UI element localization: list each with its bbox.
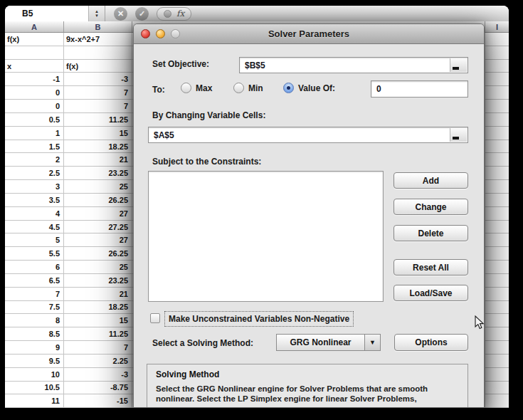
cell-col-i[interactable]	[485, 274, 509, 287]
cell-col-b[interactable]: 7	[64, 341, 132, 354]
cell-col-a[interactable]: 6.5	[5, 274, 64, 287]
cell-col-i[interactable]	[485, 140, 509, 153]
cell-col-a[interactable]: 9.5	[5, 355, 64, 367]
cell-col-i[interactable]	[485, 288, 509, 300]
cell-col-b[interactable]: 9x-x^2+7	[64, 33, 132, 46]
cell-col-b[interactable]: 23.25	[64, 167, 132, 179]
cell-col-a[interactable]: f(x)	[5, 33, 64, 46]
radio-max[interactable]: Max	[181, 83, 212, 93]
cell-col-a[interactable]: 4	[5, 207, 64, 220]
cell-col-i[interactable]	[485, 33, 509, 46]
cell-col-b[interactable]: -15	[64, 394, 132, 407]
cell-col-a[interactable]: 10.5	[5, 382, 64, 394]
cell-col-i[interactable]	[485, 233, 509, 246]
cell-col-a[interactable]: 0	[5, 100, 64, 112]
cell-col-b[interactable]: 2.25	[64, 355, 132, 367]
cell-col-i[interactable]	[485, 394, 509, 407]
cell-col-b[interactable]: 18.25	[64, 140, 132, 153]
add-button[interactable]: Add	[393, 172, 468, 189]
cell-col-b[interactable]: 23.25	[64, 274, 132, 287]
cell-col-i[interactable]	[485, 153, 509, 166]
cell-col-b[interactable]: -8.75	[64, 382, 132, 394]
column-header-b[interactable]: B	[64, 21, 132, 32]
insert-function-control[interactable]: fx	[157, 7, 191, 21]
cell-col-a[interactable]: 0.5	[5, 113, 64, 126]
cell-col-i[interactable]	[485, 86, 509, 99]
cell-col-i[interactable]	[485, 207, 509, 220]
non-negative-checkbox[interactable]	[150, 313, 160, 323]
cell-col-a[interactable]: 7.5	[5, 301, 64, 314]
cell-col-a[interactable]: 1	[5, 127, 64, 140]
cell-col-a[interactable]: 2	[5, 153, 64, 166]
cancel-icon[interactable]: ✕	[114, 7, 127, 21]
by-changing-field[interactable]: $A$5	[148, 127, 468, 143]
cell-col-a[interactable]: 9	[5, 341, 64, 354]
cell-col-b[interactable]: 7	[64, 86, 132, 99]
cell-col-a[interactable]: 4.5	[5, 221, 64, 233]
cell-col-a[interactable]: 7	[5, 288, 64, 300]
cell-col-a[interactable]: 8	[5, 314, 64, 327]
cell-col-i[interactable]	[485, 327, 509, 340]
cell-col-i[interactable]	[485, 73, 509, 85]
minimize-icon[interactable]	[156, 29, 165, 38]
cell-col-b[interactable]: 25	[64, 261, 132, 273]
cell-col-b[interactable]: 18.25	[64, 301, 132, 314]
cell-col-b[interactable]: 15	[64, 127, 132, 140]
cell-col-a[interactable]: 5	[5, 233, 64, 246]
cell-col-a[interactable]: 0	[5, 86, 64, 99]
column-header-a[interactable]: A	[5, 21, 64, 32]
cell-col-i[interactable]	[485, 60, 509, 73]
radio-value-of[interactable]: Value Of:	[283, 83, 335, 93]
cell-col-i[interactable]	[485, 382, 509, 394]
cell-col-i[interactable]	[485, 167, 509, 179]
cell-col-a[interactable]	[5, 46, 64, 59]
cell-col-i[interactable]	[485, 221, 509, 233]
cell-col-b[interactable]: -3	[64, 368, 132, 381]
cell-col-b[interactable]: 25	[64, 180, 132, 193]
cell-col-a[interactable]: 6	[5, 261, 64, 273]
confirm-icon[interactable]: ✓	[135, 7, 149, 21]
cell-col-b[interactable]: f(x)	[64, 60, 132, 73]
cell-col-i[interactable]	[485, 46, 509, 59]
load-save-button[interactable]: Load/Save	[393, 285, 468, 301]
constraints-list[interactable]	[148, 171, 384, 302]
cell-col-b[interactable]: 21	[64, 153, 132, 166]
cell-col-b[interactable]: 26.25	[64, 194, 132, 206]
cell-col-i[interactable]	[485, 113, 509, 126]
change-button[interactable]: Change	[393, 199, 468, 215]
radio-min[interactable]: Min	[233, 83, 263, 93]
cell-col-a[interactable]: 5.5	[5, 247, 64, 260]
reset-all-button[interactable]: Reset All	[393, 259, 468, 275]
cell-col-i[interactable]	[485, 301, 509, 314]
cell-col-b[interactable]: 11.25	[64, 327, 132, 340]
delete-button[interactable]: Delete	[393, 225, 468, 241]
cell-col-i[interactable]	[485, 261, 509, 273]
cell-col-b[interactable]: 26.25	[64, 247, 132, 260]
cell-col-i[interactable]	[485, 341, 509, 354]
name-box[interactable]: B5	[5, 6, 89, 21]
non-negative-label[interactable]: Make Unconstrained Variables Non-Negativ…	[164, 311, 354, 327]
cell-col-i[interactable]	[485, 127, 509, 140]
solving-method-dropdown[interactable]: GRG Nonlinear ▼	[276, 334, 381, 351]
cell-col-b[interactable]: 27.25	[64, 221, 132, 233]
cell-col-b[interactable]: 11.25	[64, 113, 132, 126]
cell-col-a[interactable]: 2.5	[5, 167, 64, 179]
cell-col-b[interactable]: -3	[64, 73, 132, 85]
range-selector-icon[interactable]	[450, 128, 467, 142]
cell-col-b[interactable]: 21	[64, 288, 132, 300]
close-icon[interactable]	[141, 29, 150, 38]
cell-col-b[interactable]: 27	[64, 207, 132, 220]
cell-col-a[interactable]: 3	[5, 180, 64, 193]
cell-col-b[interactable]: 15	[64, 314, 132, 327]
cell-col-a[interactable]: 8.5	[5, 327, 64, 340]
cell-col-i[interactable]	[485, 180, 509, 193]
cell-col-b[interactable]: 7	[64, 100, 132, 112]
options-button[interactable]: Options	[394, 334, 468, 351]
name-box-stepper[interactable]: ▲ ▼	[89, 6, 105, 21]
range-selector-icon[interactable]	[450, 58, 467, 72]
cell-col-i[interactable]	[485, 100, 509, 112]
cell-col-a[interactable]: 1.5	[5, 140, 64, 153]
column-header-i[interactable]: I	[485, 21, 509, 32]
cell-col-b[interactable]: 27	[64, 233, 132, 246]
dialog-title-bar[interactable]: Solver Parameters	[134, 24, 484, 44]
